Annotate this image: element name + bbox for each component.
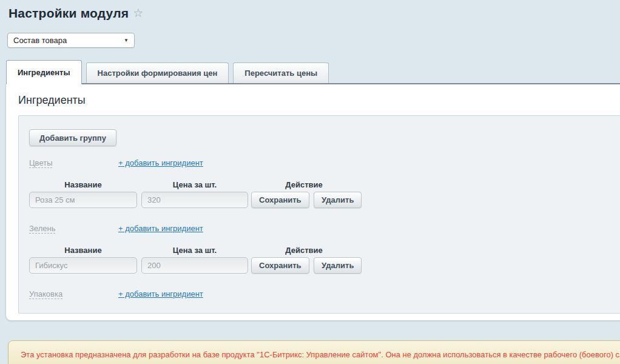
admin-page: Настройки модуля☆ Состав товара ▼ Ингред… — [0, 0, 620, 364]
group-name: Упаковка — [29, 289, 118, 298]
ingredient-price-input[interactable] — [141, 257, 248, 274]
ingredients-box: Добавить группу Цветы + добавить ингриди… — [18, 115, 620, 314]
content-panel: Ингредиенты Добавить группу Цветы + доба… — [6, 84, 620, 320]
tab-recalculate-prices[interactable]: Пересчитать цены — [233, 62, 329, 83]
table-header-row: Название Цена за шт. Действие — [29, 180, 620, 189]
add-group-button[interactable]: Добавить группу — [29, 129, 116, 146]
column-header-name: Название — [29, 180, 137, 189]
save-button[interactable]: Сохранить — [251, 192, 309, 208]
panel-heading: Ингредиенты — [18, 94, 86, 107]
ingredient-name-input[interactable] — [29, 257, 137, 274]
favorite-star-icon[interactable]: ☆ — [133, 7, 143, 19]
add-ingredient-link[interactable]: + добавить ингридиент — [118, 158, 203, 167]
delete-button[interactable]: Удалить — [314, 192, 362, 208]
column-header-action: Действие — [251, 246, 357, 255]
column-header-action: Действие — [251, 180, 357, 189]
trial-version-warning: Эта установка предназначена для разработ… — [8, 340, 620, 364]
page-title: Настройки модуля☆ — [8, 6, 143, 21]
add-ingredient-link[interactable]: + добавить ингридиент — [118, 224, 203, 233]
tab-ingredients[interactable]: Ингредиенты — [6, 60, 82, 84]
column-header-price: Цена за шт. — [141, 180, 248, 189]
tab-bar: Ингредиенты Настройки формирования цен П… — [6, 60, 620, 84]
group-header: Зелень + добавить ингридиент — [29, 224, 620, 233]
module-section-select[interactable]: Состав товара ▼ — [7, 33, 135, 48]
group-name: Зелень — [29, 224, 118, 233]
add-ingredient-link[interactable]: + добавить ингридиент — [118, 289, 203, 298]
ingredient-price-input[interactable] — [141, 192, 248, 208]
save-button[interactable]: Сохранить — [251, 257, 309, 274]
column-header-name: Название — [29, 246, 137, 255]
group-header: Цветы + добавить ингридиент — [29, 158, 620, 167]
table-row: Сохранить Удалить — [29, 192, 620, 208]
chevron-down-icon: ▼ — [124, 38, 129, 43]
delete-button[interactable]: Удалить — [314, 257, 362, 274]
warning-text: Эта установка предназначена для разработ… — [21, 350, 620, 359]
table-header-row: Название Цена за шт. Действие — [29, 246, 620, 255]
table-row: Сохранить Удалить — [29, 257, 620, 274]
ingredient-name-input[interactable] — [29, 192, 137, 208]
column-header-price: Цена за шт. — [141, 246, 248, 255]
group-name: Цветы — [29, 158, 118, 167]
tab-price-settings[interactable]: Настройки формирования цен — [86, 62, 229, 83]
select-value: Состав товара — [13, 36, 67, 45]
group-header: Упаковка + добавить ингридиент — [29, 289, 620, 298]
